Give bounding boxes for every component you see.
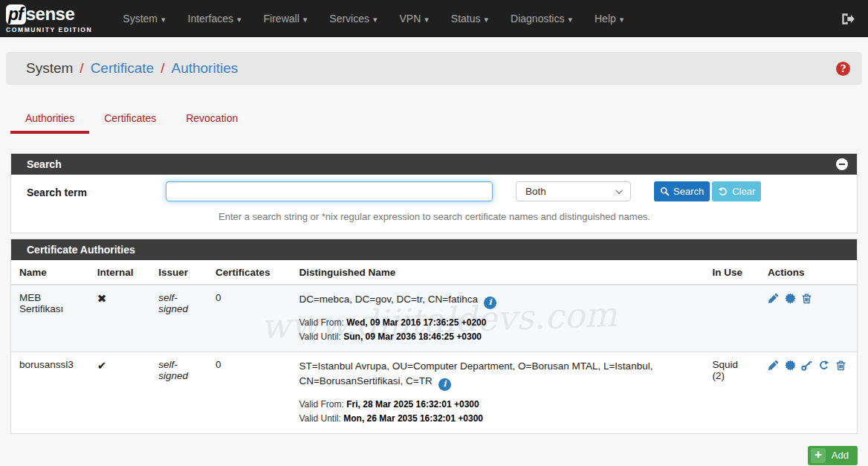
valid-from-value: Wed, 09 Mar 2016 17:36:25 +0200 <box>346 317 486 328</box>
valid-from-value: Fri, 28 Mar 2025 16:32:01 +0300 <box>346 399 479 410</box>
breadcrumb-separator: / <box>154 60 171 77</box>
ca-panel-title: Certificate Authorities <box>27 244 135 256</box>
search-term-label: Search term <box>27 184 166 198</box>
col-in-use: In Use <box>705 260 760 285</box>
search-hint-text: Enter a search string or *nix regular ex… <box>27 211 842 222</box>
breadcrumb-link-authorities[interactable]: Authorities <box>171 60 238 77</box>
valid-from-label: Valid From: <box>299 317 343 328</box>
search-panel-title: Search <box>27 158 62 170</box>
nav-label: VPN <box>400 13 421 25</box>
add-button[interactable]: Add <box>808 446 858 465</box>
ca-certificate-count: 0 <box>208 285 292 352</box>
col-certificates: Certificates <box>208 260 292 285</box>
nav-label: Services <box>329 13 369 25</box>
ca-name: borusanssl3 <box>11 352 90 433</box>
key-icon[interactable] <box>801 360 812 371</box>
breadcrumb-section: System <box>26 60 73 77</box>
search-input[interactable] <box>166 181 493 201</box>
search-button-label: Search <box>673 186 704 197</box>
renew-icon[interactable] <box>818 360 829 371</box>
certificate-icon[interactable] <box>785 360 796 371</box>
nav-label: Firewall <box>264 13 299 25</box>
caret-down-icon <box>161 13 166 25</box>
ca-name: MEB Sertifikası <box>11 285 90 352</box>
undo-icon <box>718 187 728 197</box>
info-icon[interactable] <box>484 297 496 309</box>
times-icon: ✖ <box>97 292 107 305</box>
trash-icon[interactable] <box>801 293 812 304</box>
caret-down-icon <box>303 13 308 25</box>
certificate-authorities-panel: Certificate Authorities Name Internal Is… <box>10 239 858 434</box>
breadcrumb: System / Certificate / Authorities <box>6 52 862 85</box>
col-internal: Internal <box>90 260 152 285</box>
table-row: MEB Sertifikası ✖ self-signed 0 DC=mebca… <box>11 285 857 352</box>
ca-distinguished-name: ST=Istanbul Avrupa, OU=Computer Departme… <box>299 360 652 386</box>
search-icon <box>660 187 670 196</box>
add-button-label: Add <box>832 450 849 461</box>
valid-until-value: Mon, 26 Mar 2035 16:32:01 +0300 <box>343 413 483 424</box>
search-panel-header: Search <box>11 154 857 175</box>
ca-table: Name Internal Issuer Certificates Distin… <box>11 260 857 433</box>
pencil-icon[interactable] <box>768 360 779 371</box>
search-panel-body: Search term Both Search <box>11 175 857 233</box>
search-panel: Search Search term Both Search <box>10 153 858 233</box>
nav-label: Interfaces <box>188 13 233 25</box>
caret-down-icon <box>485 13 489 25</box>
col-name: Name <box>11 260 90 285</box>
clear-button[interactable]: Clear <box>712 181 761 201</box>
ca-issuer: self-signed <box>151 352 208 433</box>
ca-issuer: self-signed <box>151 285 208 352</box>
ca-distinguished-name: DC=mebca, DC=gov, DC=tr, CN=fatihca <box>299 294 478 305</box>
nav-item-help[interactable]: Help <box>583 1 635 36</box>
logo-pf-box: pf <box>6 4 26 25</box>
caret-down-icon <box>568 13 572 25</box>
valid-from-label: Valid From: <box>299 399 343 410</box>
nav-item-services[interactable]: Services <box>318 1 388 36</box>
help-icon[interactable] <box>836 62 850 76</box>
valid-until-label: Valid Until: <box>299 413 340 424</box>
ca-certificate-count: 0 <box>208 352 292 433</box>
trash-icon[interactable] <box>835 360 846 371</box>
search-button[interactable]: Search <box>654 181 710 201</box>
certificate-icon[interactable] <box>785 293 796 304</box>
main-menu: System Interfaces Firewall Services VPN … <box>111 1 836 36</box>
logo-edition-text: COMMUNITY EDITION <box>6 26 92 33</box>
info-icon[interactable] <box>438 378 451 391</box>
nav-item-interfaces[interactable]: Interfaces <box>177 1 253 36</box>
valid-until-label: Valid Until: <box>299 331 340 342</box>
sign-out-icon[interactable] <box>836 7 859 30</box>
collapse-minus-icon[interactable] <box>836 158 848 170</box>
validity-dates: Valid From: Fri, 28 Mar 2025 16:32:01 +0… <box>299 398 697 427</box>
tab-revocation[interactable]: Revocation <box>171 106 253 134</box>
nav-label: System <box>123 13 158 25</box>
check-icon: ✔ <box>97 359 107 372</box>
pencil-icon[interactable] <box>768 293 779 304</box>
nav-item-diagnostics[interactable]: Diagnostics <box>499 1 583 36</box>
caret-down-icon <box>620 13 624 25</box>
ca-in-use <box>705 285 760 352</box>
caret-down-icon <box>424 13 429 25</box>
search-scope-select[interactable]: Both <box>516 181 631 201</box>
validity-dates: Valid From: Wed, 09 Mar 2016 17:36:25 +0… <box>299 316 697 345</box>
pfsense-logo[interactable]: pf sense COMMUNITY EDITION <box>6 4 92 33</box>
plus-icon <box>811 448 826 463</box>
top-navbar: pf sense COMMUNITY EDITION System Interf… <box>0 0 868 37</box>
col-issuer: Issuer <box>151 260 208 285</box>
clear-button-label: Clear <box>732 186 755 197</box>
breadcrumb-separator: / <box>73 60 90 77</box>
nav-label: Diagnostics <box>511 13 564 25</box>
tab-authorities[interactable]: Authorities <box>10 106 89 134</box>
nav-item-firewall[interactable]: Firewall <box>253 1 319 36</box>
nav-item-vpn[interactable]: VPN <box>389 1 440 36</box>
tab-certificates[interactable]: Certificates <box>89 106 171 134</box>
search-scope-value: Both <box>525 186 546 197</box>
nav-item-system[interactable]: System <box>111 1 176 36</box>
caret-down-icon <box>373 13 378 25</box>
valid-until-value: Sun, 09 Mar 2036 18:46:25 +0300 <box>343 331 482 342</box>
ca-in-use: Squid (2) <box>705 352 760 433</box>
nav-item-status[interactable]: Status <box>440 1 499 36</box>
caret-down-icon <box>237 13 242 25</box>
breadcrumb-link-certificate[interactable]: Certificate <box>91 60 155 77</box>
col-actions: Actions <box>760 260 857 285</box>
page-tabs: Authorities Certificates Revocation <box>10 106 858 134</box>
